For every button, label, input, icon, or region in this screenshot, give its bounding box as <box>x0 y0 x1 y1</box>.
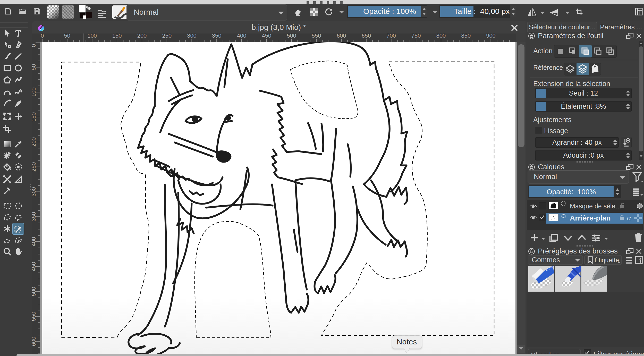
svg-text:900: 900 <box>486 33 496 39</box>
svg-text:450: 450 <box>262 33 271 39</box>
svg-text:600: 600 <box>32 337 37 346</box>
svg-text:300: 300 <box>187 33 197 39</box>
svg-text:100: 100 <box>87 33 97 39</box>
svg-text:100: 100 <box>32 87 37 97</box>
svg-text:300: 300 <box>32 187 37 197</box>
svg-text:250: 250 <box>32 162 37 172</box>
svg-text:250: 250 <box>162 33 172 39</box>
svg-text:550: 550 <box>32 312 37 321</box>
svg-text:800: 800 <box>436 33 446 39</box>
svg-text:850: 850 <box>461 33 471 39</box>
svg-text:600: 600 <box>337 33 346 39</box>
svg-text:650: 650 <box>361 33 371 39</box>
svg-text:500: 500 <box>32 287 37 296</box>
svg-text:750: 750 <box>411 33 421 39</box>
svg-text:0: 0 <box>41 33 44 39</box>
svg-text:700: 700 <box>386 33 396 39</box>
svg-text:50: 50 <box>64 33 70 39</box>
svg-text:550: 550 <box>312 33 321 39</box>
svg-text:350: 350 <box>212 33 222 39</box>
svg-text:400: 400 <box>32 237 37 247</box>
svg-text:450: 450 <box>32 262 37 271</box>
svg-text:400: 400 <box>237 33 247 39</box>
svg-text:0: 0 <box>32 44 37 47</box>
svg-text:200: 200 <box>137 33 147 39</box>
svg-text:500: 500 <box>287 33 296 39</box>
svg-text:150: 150 <box>112 33 122 39</box>
svg-text:200: 200 <box>32 137 37 147</box>
svg-text:150: 150 <box>32 112 37 122</box>
svg-text:50: 50 <box>32 64 37 70</box>
svg-text:350: 350 <box>32 212 37 222</box>
